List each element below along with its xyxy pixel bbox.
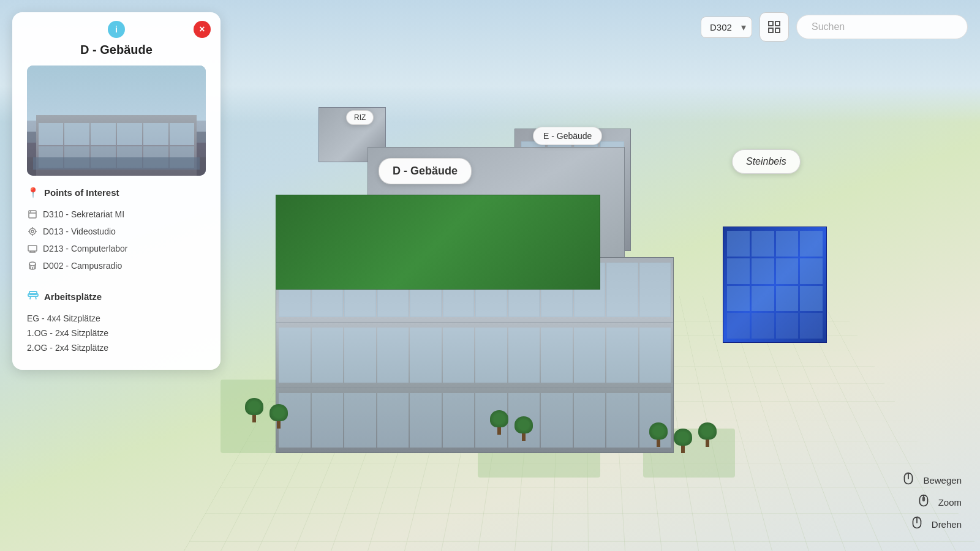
tree-3 [490, 410, 508, 435]
d-gebaeude-label[interactable]: D - Gebäude [379, 158, 472, 184]
svg-point-8 [31, 230, 34, 233]
poi-item-4[interactable]: D002 - Campusradio [27, 257, 206, 274]
svg-point-7 [29, 228, 36, 234]
zoom-mouse-icon [915, 493, 932, 511]
green-roof [276, 195, 600, 290]
svg-rect-0 [769, 21, 773, 26]
poi-icon-3 [27, 243, 38, 254]
mouse-zoom-svg [916, 494, 932, 510]
zoom-hint: Zoom [915, 493, 962, 511]
svg-line-22 [36, 296, 36, 299]
tree-6 [674, 429, 692, 453]
info-button[interactable]: i [108, 21, 125, 38]
svg-rect-3 [775, 28, 780, 32]
poi-item-1[interactable]: D310 - Sekretariat MI [27, 206, 206, 223]
workspace-section-title: Arbeitsplätze [44, 291, 102, 302]
workspace-item-2[interactable]: 1.OG - 2x4 Sitzplätze [27, 326, 206, 340]
panel-title: D - Gebäude [27, 43, 206, 57]
tree-5 [649, 422, 668, 447]
workspace-icon [27, 289, 39, 304]
workspace-list: EG - 4x4 Sitzplätze 1.OG - 2x4 Sitzplätz… [27, 311, 206, 355]
workspace-section: Arbeitsplätze EG - 4x4 Sitzplätze 1.OG -… [27, 289, 206, 355]
svg-rect-23 [29, 291, 37, 294]
building-grid-icon [767, 20, 782, 34]
nav-hints: Bewegen Zoom Drehen [900, 471, 962, 533]
info-panel: i × D - Gebäude [12, 12, 221, 370]
tree-4 [514, 416, 533, 441]
svg-line-21 [30, 296, 31, 299]
search-bar[interactable]: Suchen [796, 15, 968, 39]
poi-list: D310 - Sekretariat MI D013 - Videostudio [27, 206, 206, 274]
poi-icon-1 [27, 209, 38, 220]
svg-rect-2 [769, 28, 773, 32]
room-dropdown[interactable]: D302 D301 D201 [701, 17, 752, 38]
tree-1 [245, 398, 263, 422]
poi-icon-2 [27, 226, 38, 237]
drehen-hint: Drehen [908, 515, 962, 533]
building-photo [27, 66, 206, 176]
poi-section-title: Points of Interest [44, 187, 119, 198]
e-gebaeude-label[interactable]: E - Gebäude [533, 127, 602, 145]
building-icon-button[interactable] [760, 12, 789, 42]
workspace-item-1[interactable]: EG - 4x4 Sitzplätze [27, 311, 206, 326]
bewegen-hint: Bewegen [900, 471, 962, 489]
zoom-label: Zoom [938, 497, 962, 508]
riz-label: RIZ [346, 110, 374, 125]
poi-item-3[interactable]: D213 - Computerlabor [27, 240, 206, 257]
mouse-drehen-svg [909, 516, 925, 532]
poi-item-2[interactable]: D013 - Videostudio [27, 223, 206, 240]
svg-point-6 [30, 211, 31, 212]
svg-rect-4 [29, 211, 36, 218]
drehen-label: Drehen [932, 519, 962, 530]
poi-icon: 📍 [27, 187, 39, 198]
bewegen-label: Bewegen [923, 475, 962, 485]
tree-7 [698, 422, 717, 447]
drehen-mouse-icon [908, 515, 925, 533]
svg-rect-1 [775, 21, 780, 26]
building-steinbeis [723, 227, 827, 343]
poi-icon-4 [27, 260, 38, 271]
poi-section-header: 📍 Points of Interest [27, 187, 206, 198]
tree-2 [270, 404, 288, 429]
close-button[interactable]: × [194, 21, 211, 38]
workspace-section-header: Arbeitsplätze [27, 289, 206, 304]
bewegen-mouse-icon [900, 471, 917, 489]
room-dropdown-wrapper: D302 D301 D201 [701, 17, 752, 38]
mouse-bewegen-svg [900, 472, 916, 488]
steinbeis-label[interactable]: Steinbeis [732, 149, 801, 174]
top-bar: D302 D301 D201 Suchen [701, 12, 968, 42]
building-image [27, 66, 206, 176]
workspace-item-3[interactable]: 2.OG - 2x4 Sitzplätze [27, 340, 206, 355]
svg-rect-13 [28, 246, 37, 251]
